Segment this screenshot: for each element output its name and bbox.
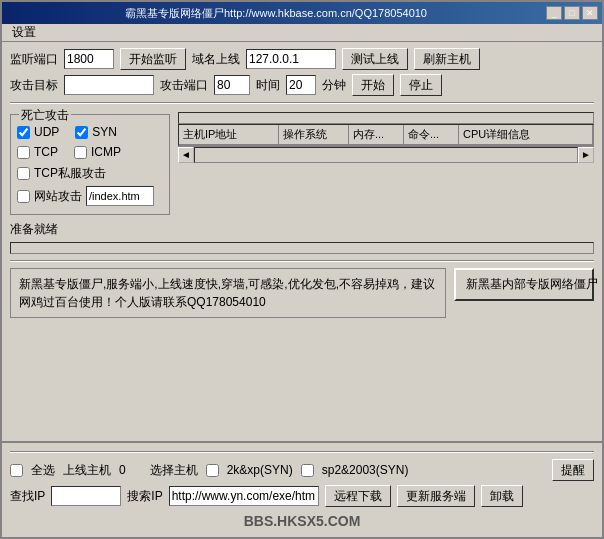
search-ip-label: 搜索IP [127, 488, 162, 505]
web-check-row: 网站攻击 [17, 186, 163, 206]
web-checkbox[interactable] [17, 190, 30, 203]
attack-start-button[interactable]: 开始 [352, 74, 394, 96]
win2k-checkbox[interactable] [206, 464, 219, 477]
search-ip-input[interactable] [169, 486, 319, 506]
status-progress-row [10, 242, 594, 254]
attack-panel: 死亡攻击 UDP SYN [10, 110, 170, 238]
target-label: 攻击目标 [10, 77, 58, 94]
icmp-check-row: ICMP [74, 145, 121, 159]
udp-label: UDP [34, 125, 59, 139]
col-cmd: 命令... [404, 125, 459, 144]
main-window: 霸黑基专版网络僵尸http://www.hkbase.com.cn/QQ1780… [0, 0, 604, 539]
win2k-label: 2k&xp(SYN) [227, 463, 293, 477]
bottom-row2: 查找IP 搜索IP 远程下载 更新服务端 卸载 [10, 485, 594, 507]
scrollbar-track[interactable] [194, 147, 578, 163]
window-controls: _ □ ✕ [546, 6, 598, 20]
icmp-checkbox[interactable] [74, 146, 87, 159]
table-panel: 主机IP地址 操作系统 内存... 命令... CPU详细信息 ◄ ► [178, 110, 594, 162]
title-bar: 霸黑基专版网络僵尸http://www.hkbase.com.cn/QQ1780… [2, 2, 602, 24]
select-all-label: 全选 [31, 462, 55, 479]
syn-check-row: SYN [75, 125, 117, 139]
minimize-button[interactable]: _ [546, 6, 562, 20]
info-text-box: 新黑基专版僵尸,服务端小,上线速度快,穿墙,可感染,优化发包,不容易掉鸡，建议网… [10, 268, 446, 318]
udp-checkbox[interactable] [17, 126, 30, 139]
port-label: 监听端口 [10, 51, 58, 68]
bottom-row1: 全选 上线主机 0 选择主机 2k&xp(SYN) sp2&2003(SYN) … [10, 459, 594, 481]
select-all-checkbox[interactable] [10, 464, 23, 477]
col-ip: 主机IP地址 [179, 125, 279, 144]
update-server-button[interactable]: 更新服务端 [397, 485, 475, 507]
scroll-right-btn[interactable]: ► [578, 147, 594, 163]
target-input[interactable] [64, 75, 154, 95]
menu-settings[interactable]: 设置 [6, 23, 42, 42]
time-label: 时间 [256, 77, 280, 94]
tcp-icmp-row: TCP ICMP [17, 145, 163, 161]
new-zombie-button[interactable]: 新黑基内部专版网络僵尸 [454, 268, 594, 301]
icmp-label: ICMP [91, 145, 121, 159]
main-content: 监听端口 开始监听 域名上线 测试上线 刷新主机 攻击目标 攻击端口 时间 分钟… [2, 42, 602, 441]
private-label: TCP私服攻击 [34, 165, 106, 182]
tcp-label: TCP [34, 145, 58, 159]
close-button[interactable]: ✕ [582, 6, 598, 20]
udp-syn-row: UDP SYN [17, 125, 163, 141]
private-check-row: TCP私服攻击 [17, 165, 163, 182]
host-table: 主机IP地址 操作系统 内存... 命令... CPU详细信息 [178, 124, 594, 146]
separator1 [10, 102, 594, 104]
private-checkbox[interactable] [17, 167, 30, 180]
min-label: 分钟 [322, 77, 346, 94]
online-hosts-label: 上线主机 [63, 462, 111, 479]
maximize-button[interactable]: □ [564, 6, 580, 20]
death-attack-label: 死亡攻击 [19, 107, 71, 124]
web-attack-label: 网站攻击 [34, 188, 82, 205]
scrollbar-row: ◄ ► [178, 146, 594, 162]
tcp-checkbox[interactable] [17, 146, 30, 159]
domain-label: 域名上线 [192, 51, 240, 68]
watermark: BBS.HKSX5.COM [10, 511, 594, 531]
progress-bar-top [178, 112, 594, 124]
scroll-left-btn[interactable]: ◄ [178, 147, 194, 163]
status-label: 准备就绪 [10, 221, 58, 238]
status-row: 准备就绪 [10, 221, 170, 238]
remote-download-button[interactable]: 远程下载 [325, 485, 391, 507]
find-ip-label: 查找IP [10, 488, 45, 505]
start-listen-button[interactable]: 开始监听 [120, 48, 186, 70]
web-path-input[interactable] [86, 186, 154, 206]
sp2-checkbox[interactable] [301, 464, 314, 477]
choose-host-label: 选择主机 [150, 462, 198, 479]
window-title: 霸黑基专版网络僵尸http://www.hkbase.com.cn/QQ1780… [6, 6, 546, 21]
syn-checkbox[interactable] [75, 126, 88, 139]
menu-bar: 设置 [2, 24, 602, 42]
status-progress-bar [10, 242, 594, 254]
port-input[interactable] [64, 49, 114, 69]
sp2-label: sp2&2003(SYN) [322, 463, 409, 477]
attack-row: 攻击目标 攻击端口 时间 分钟 开始 停止 [10, 74, 594, 96]
separator3 [10, 451, 594, 453]
syn-label: SYN [92, 125, 117, 139]
info-text: 新黑基专版僵尸,服务端小,上线速度快,穿墙,可感染,优化发包,不容易掉鸡，建议网… [19, 277, 435, 309]
col-os: 操作系统 [279, 125, 349, 144]
bottom-section: 全选 上线主机 0 选择主机 2k&xp(SYN) sp2&2003(SYN) … [2, 441, 602, 537]
separator2 [10, 260, 594, 262]
remind-button[interactable]: 提醒 [552, 459, 594, 481]
online-count: 0 [119, 463, 126, 477]
attack-port-label: 攻击端口 [160, 77, 208, 94]
death-attack-box: 死亡攻击 UDP SYN [10, 114, 170, 215]
info-section: 新黑基专版僵尸,服务端小,上线速度快,穿墙,可感染,优化发包,不容易掉鸡，建议网… [10, 268, 594, 318]
table-header: 主机IP地址 操作系统 内存... 命令... CPU详细信息 [179, 125, 593, 145]
middle-section: 死亡攻击 UDP SYN [10, 110, 594, 238]
udp-check-row: UDP [17, 125, 59, 139]
attack-stop-button[interactable]: 停止 [400, 74, 442, 96]
tcp-check-row: TCP [17, 145, 58, 159]
listen-row: 监听端口 开始监听 域名上线 测试上线 刷新主机 [10, 48, 594, 70]
domain-input[interactable] [246, 49, 336, 69]
uninstall-button[interactable]: 卸载 [481, 485, 523, 507]
time-input[interactable] [286, 75, 316, 95]
refresh-host-button[interactable]: 刷新主机 [414, 48, 480, 70]
find-ip-input[interactable] [51, 486, 121, 506]
col-mem: 内存... [349, 125, 404, 144]
col-cpu: CPU详细信息 [459, 125, 593, 144]
attack-port-input[interactable] [214, 75, 250, 95]
test-online-button[interactable]: 测试上线 [342, 48, 408, 70]
